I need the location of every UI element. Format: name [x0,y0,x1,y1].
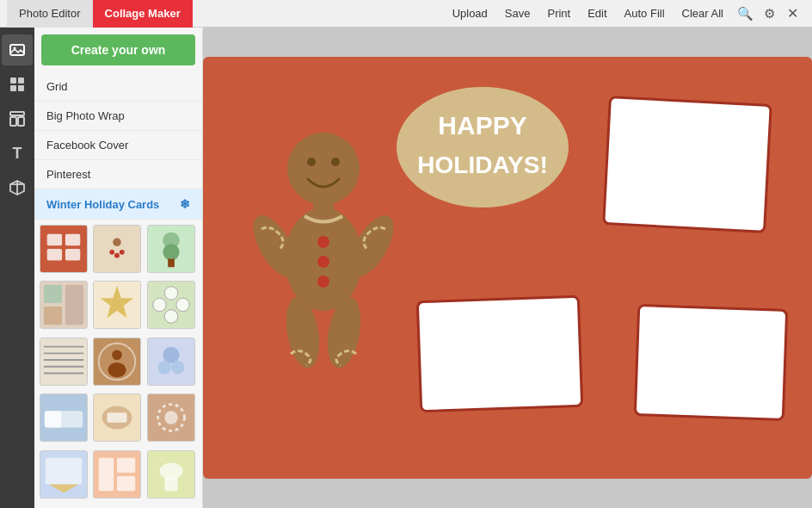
iconbar-grid[interactable] [2,69,33,100]
thumb-5[interactable] [93,281,141,329]
svg-point-76 [307,158,316,166]
speech-bubble: HAPPY HOLIDAYS! [392,83,573,229]
thumbnail-grid [34,220,202,508]
svg-point-60 [164,411,177,424]
photo-placeholder-3[interactable] [634,304,788,421]
thumb-1[interactable] [40,225,88,273]
iconbar-images[interactable] [2,34,33,65]
svg-point-81 [317,256,329,268]
sidebar-item-grid[interactable]: Grid [34,72,202,102]
svg-rect-79 [313,201,334,219]
svg-rect-13 [47,234,62,246]
svg-rect-65 [99,457,114,491]
svg-text:HOLIDAYS!: HOLIDAYS! [417,152,547,178]
svg-text:HAPPY: HAPPY [438,111,526,139]
svg-point-25 [163,244,179,260]
print-button[interactable]: Print [538,0,579,28]
svg-rect-0 [10,45,24,55]
sidebar-menu: Grid Big Photo Wrap Facebook Cover Pinte… [34,72,202,220]
tab-collage-maker[interactable]: Collage Maker [93,0,193,28]
sidebar-item-pinterest[interactable]: Pinterest [34,160,202,189]
photo-placeholder-1[interactable] [602,96,772,233]
svg-rect-62 [46,457,82,484]
svg-rect-7 [10,117,16,126]
svg-point-47 [108,362,126,377]
search-icon[interactable]: 🔍 [732,0,759,28]
thumb-8[interactable] [93,338,141,386]
save-button[interactable]: Save [496,0,539,28]
svg-point-71 [397,87,569,208]
svg-rect-5 [18,85,24,91]
sidebar-item-facebook-cover[interactable]: Facebook Cover [34,131,202,160]
svg-point-22 [120,250,125,255]
clearall-button[interactable]: Clear All [674,0,732,28]
svg-point-50 [157,361,170,374]
tab-photo-editor[interactable]: Photo Editor [7,0,93,28]
thumb-6[interactable] [147,281,195,329]
create-own-button[interactable]: Create your own [41,34,195,65]
iconbar-text[interactable]: T [2,138,33,169]
edit-button[interactable]: Edit [579,0,615,28]
svg-rect-17 [94,226,140,272]
iconbar-layout[interactable] [2,103,33,134]
snowflake-icon: ❄ [180,197,190,211]
svg-point-35 [175,299,188,312]
sidebar-item-winter-holiday-cards[interactable]: Winter Holiday Cards ❄ [34,189,202,220]
thumb-13[interactable] [40,450,88,499]
svg-rect-15 [47,249,62,261]
svg-point-77 [331,158,340,166]
upload-button[interactable]: Upload [444,0,496,28]
svg-rect-6 [10,112,24,115]
iconbar-package[interactable] [2,172,33,203]
thumb-2[interactable] [93,225,141,273]
svg-rect-67 [117,476,135,491]
svg-rect-54 [45,411,61,427]
svg-point-49 [163,346,179,362]
gingerbread-man [237,126,409,384]
svg-rect-44 [94,338,140,385]
svg-point-37 [164,310,177,323]
thumb-7[interactable] [40,338,88,386]
sidebar-item-big-photo-wrap[interactable]: Big Photo Wrap [34,102,202,131]
svg-point-20 [110,250,115,255]
svg-rect-16 [65,249,80,261]
thumb-3[interactable] [147,225,195,273]
svg-point-75 [287,133,360,205]
photo-placeholder-2[interactable] [416,295,583,413]
svg-rect-3 [18,77,24,84]
collage-canvas[interactable]: HAPPY HOLIDAYS! [203,57,812,479]
svg-point-80 [317,236,329,248]
thumb-9[interactable] [147,338,195,386]
sidebar: Create your own Grid Big Photo Wrap Face… [34,28,203,508]
thumb-14[interactable] [93,450,141,499]
thumb-12[interactable] [147,393,195,442]
settings-icon[interactable]: ⚙ [759,0,780,28]
svg-rect-70 [164,477,177,490]
thumb-10[interactable] [40,393,88,442]
svg-point-36 [164,287,177,300]
svg-rect-2 [10,77,16,84]
svg-rect-8 [18,117,24,126]
canvas-area: HAPPY HOLIDAYS! [203,28,812,508]
svg-rect-4 [10,85,16,91]
top-bar: Photo Editor Collage Maker Upload Save P… [0,0,812,28]
svg-rect-28 [44,285,62,303]
svg-rect-38 [40,338,87,385]
svg-point-69 [159,462,182,479]
thumb-11[interactable] [93,393,141,442]
svg-rect-30 [44,307,62,325]
svg-point-51 [171,361,184,374]
thumb-4[interactable] [40,281,88,329]
svg-point-34 [152,299,165,312]
icon-bar: T [0,28,34,508]
close-button[interactable]: ✕ [780,0,805,28]
svg-point-46 [113,350,123,360]
autofill-button[interactable]: Auto Fill [616,0,674,28]
svg-rect-26 [168,259,175,268]
svg-rect-66 [117,457,135,472]
svg-rect-12 [40,226,87,272]
thumb-15[interactable] [147,450,195,499]
svg-point-21 [114,253,120,258]
svg-rect-57 [108,412,127,423]
svg-rect-29 [65,285,83,325]
